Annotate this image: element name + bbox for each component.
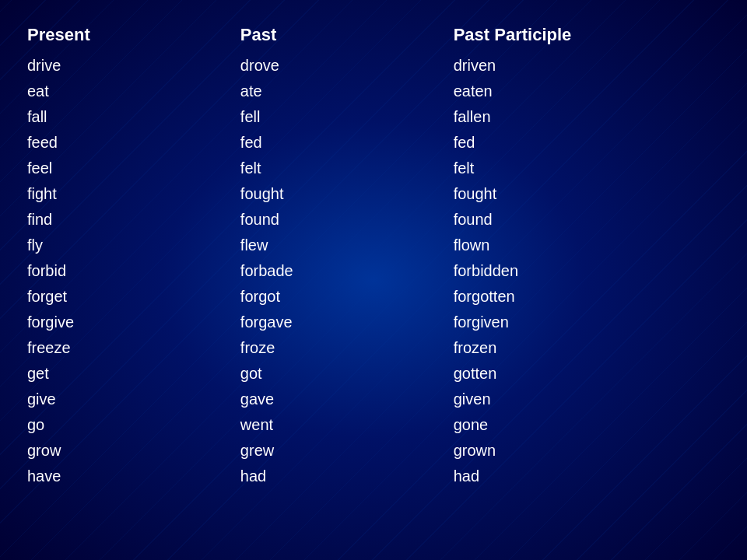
- cell-r6-c1: found: [240, 207, 454, 233]
- table-row: gowentgone: [27, 412, 720, 438]
- cell-r0-c2: driven: [454, 53, 720, 79]
- cell-r7-c1: flew: [240, 233, 454, 258]
- cell-r0-c1: drove: [240, 53, 454, 79]
- table-row: forgiveforgaveforgiven: [27, 310, 720, 335]
- cell-r9-c2: forgotten: [454, 284, 720, 310]
- cell-r9-c1: forgot: [240, 284, 454, 310]
- cell-r6-c2: found: [454, 207, 720, 233]
- cell-r1-c2: eaten: [454, 79, 720, 104]
- table-row: forbidforbadeforbidden: [27, 258, 720, 284]
- cell-r16-c1: had: [240, 464, 454, 489]
- cell-r8-c1: forbade: [240, 258, 454, 284]
- cell-r12-c0: get: [27, 361, 240, 387]
- cell-r4-c0: feel: [27, 156, 240, 181]
- table-row: givegavegiven: [27, 387, 720, 412]
- header-past: Past: [240, 22, 454, 53]
- cell-r1-c1: ate: [240, 79, 454, 104]
- table-row: drivedrovedriven: [27, 53, 720, 79]
- cell-r16-c0: have: [27, 464, 240, 489]
- cell-r14-c2: gone: [454, 412, 720, 438]
- cell-r11-c0: freeze: [27, 335, 240, 361]
- cell-r12-c1: got: [240, 361, 454, 387]
- table-row: fallfellfallen: [27, 104, 720, 130]
- cell-r13-c1: gave: [240, 387, 454, 412]
- cell-r16-c2: had: [454, 464, 720, 489]
- table-row: feelfeltfelt: [27, 156, 720, 181]
- cell-r5-c0: fight: [27, 181, 240, 207]
- verb-table: Present Past Past Participle drivedroved…: [27, 22, 720, 489]
- cell-r9-c0: forget: [27, 284, 240, 310]
- cell-r2-c2: fallen: [454, 104, 720, 130]
- cell-r3-c2: fed: [454, 130, 720, 156]
- cell-r13-c2: given: [454, 387, 720, 412]
- cell-r15-c1: grew: [240, 438, 454, 464]
- table-header-row: Present Past Past Participle: [27, 22, 720, 53]
- cell-r1-c0: eat: [27, 79, 240, 104]
- cell-r15-c2: grown: [454, 438, 720, 464]
- main-content: Present Past Past Participle drivedroved…: [0, 0, 747, 511]
- cell-r10-c2: forgiven: [454, 310, 720, 335]
- table-row: fightfoughtfought: [27, 181, 720, 207]
- header-present: Present: [27, 22, 240, 53]
- table-row: getgotgotten: [27, 361, 720, 387]
- cell-r0-c0: drive: [27, 53, 240, 79]
- cell-r6-c0: find: [27, 207, 240, 233]
- table-row: havehadhad: [27, 464, 720, 489]
- table-row: feedfedfed: [27, 130, 720, 156]
- header-past-participle: Past Participle: [454, 22, 720, 53]
- cell-r2-c0: fall: [27, 104, 240, 130]
- table-row: freezefrozefrozen: [27, 335, 720, 361]
- cell-r14-c1: went: [240, 412, 454, 438]
- cell-r14-c0: go: [27, 412, 240, 438]
- cell-r5-c2: fought: [454, 181, 720, 207]
- cell-r7-c2: flown: [454, 233, 720, 258]
- cell-r11-c1: froze: [240, 335, 454, 361]
- table-row: eatateeaten: [27, 79, 720, 104]
- cell-r8-c0: forbid: [27, 258, 240, 284]
- table-row: forgetforgotforgotten: [27, 284, 720, 310]
- cell-r5-c1: fought: [240, 181, 454, 207]
- cell-r2-c1: fell: [240, 104, 454, 130]
- table-row: findfoundfound: [27, 207, 720, 233]
- cell-r4-c1: felt: [240, 156, 454, 181]
- cell-r12-c2: gotten: [454, 361, 720, 387]
- cell-r4-c2: felt: [454, 156, 720, 181]
- table-row: growgrewgrown: [27, 438, 720, 464]
- cell-r3-c1: fed: [240, 130, 454, 156]
- cell-r8-c2: forbidden: [454, 258, 720, 284]
- cell-r10-c1: forgave: [240, 310, 454, 335]
- table-row: flyflewflown: [27, 233, 720, 258]
- cell-r3-c0: feed: [27, 130, 240, 156]
- cell-r10-c0: forgive: [27, 310, 240, 335]
- cell-r15-c0: grow: [27, 438, 240, 464]
- cell-r13-c0: give: [27, 387, 240, 412]
- cell-r7-c0: fly: [27, 233, 240, 258]
- cell-r11-c2: frozen: [454, 335, 720, 361]
